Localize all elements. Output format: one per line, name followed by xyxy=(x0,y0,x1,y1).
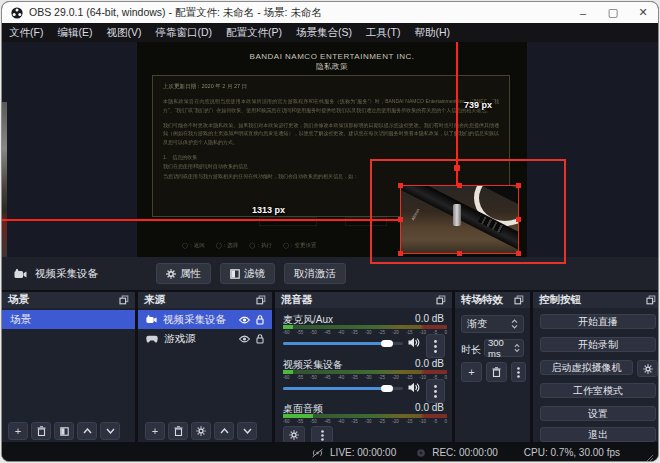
live-time: LIVE: 00:00:00 xyxy=(330,447,396,458)
game-title: BANDAI NAMCO ENTERTAINMENT INC. xyxy=(137,52,527,61)
volume-slider-handle[interactable] xyxy=(381,385,393,392)
remove-scene-button[interactable] xyxy=(31,422,51,440)
title-bar: OBS 29.0.1 (64-bit, windows) - 配置文件: 未命名… xyxy=(2,2,658,23)
popout-icon[interactable] xyxy=(646,295,656,305)
resize-handle-mr[interactable] xyxy=(516,217,521,222)
dock-divider[interactable] xyxy=(272,292,275,442)
stream-signal-icon xyxy=(311,448,324,458)
menu-scene-collection[interactable]: 场景集合(S) xyxy=(289,23,359,42)
channel-menu-button[interactable] xyxy=(426,334,445,358)
dock-divider[interactable] xyxy=(452,292,455,442)
menu-view[interactable]: 视图(V) xyxy=(99,23,148,42)
sources-dock-header: 来源 xyxy=(138,292,272,308)
preview-area[interactable]: BANDAI NAMCO ENTERTAINMENT INC. 隐私政策 上次更… xyxy=(2,42,658,257)
settings-button[interactable]: 设置 xyxy=(540,406,656,421)
vertical-measure-line xyxy=(456,42,458,185)
start-recording-button[interactable]: 开始录制 xyxy=(540,337,656,352)
add-source-button[interactable]: + xyxy=(145,422,165,440)
transition-menu-button[interactable] xyxy=(511,362,526,382)
vertical-measure-label: 739 px xyxy=(464,100,492,110)
popout-icon[interactable] xyxy=(514,295,524,305)
scene-down-button[interactable] xyxy=(100,422,120,440)
source-up-button[interactable] xyxy=(214,422,234,440)
resize-handle-br[interactable] xyxy=(516,251,521,256)
transitions-dock: 转场特效 渐变 时长 300 ms + xyxy=(455,292,530,442)
resize-handle-tl[interactable] xyxy=(398,183,403,188)
close-button[interactable]: ✕ xyxy=(628,2,658,23)
cpu-fps: CPU: 0.7%, 30.00 fps xyxy=(524,447,620,458)
scene-up-button[interactable] xyxy=(77,422,97,440)
maximize-button[interactable]: ▢ xyxy=(598,2,628,23)
mixer-dock-header: 混音器 xyxy=(275,292,452,308)
minimize-button[interactable]: – xyxy=(568,2,598,23)
game-controller-hints: ◯：返回 ◯：选择 ◯：执行 ◯：变更设置 xyxy=(182,242,317,249)
mixer-channel-db: 0.0 dB xyxy=(415,313,444,324)
window-title: OBS 29.0.1 (64-bit, windows) - 配置文件: 未命名… xyxy=(29,6,322,20)
menu-help[interactable]: 帮助(H) xyxy=(407,23,457,42)
doc-updated-date: 上次更新日期：2020 年 2 月 27 日 xyxy=(163,83,499,90)
source-down-button[interactable] xyxy=(237,422,257,440)
virtual-camera-settings-button[interactable] xyxy=(637,360,658,377)
deactivate-button[interactable]: 取消激活 xyxy=(284,263,346,284)
speaker-icon[interactable] xyxy=(408,382,420,393)
menu-profile[interactable]: 配置文件(P) xyxy=(219,23,289,42)
popout-icon[interactable] xyxy=(256,295,266,305)
exit-button[interactable]: 退出 xyxy=(540,427,656,442)
lock-icon[interactable] xyxy=(256,334,264,344)
add-scene-button[interactable]: + xyxy=(8,422,28,440)
source-row-game[interactable]: 游戏源 xyxy=(138,329,272,348)
menu-edit[interactable]: 编辑(E) xyxy=(50,23,99,42)
visibility-eye-icon[interactable] xyxy=(239,335,250,343)
selected-source-rect[interactable]: Alctron xyxy=(400,185,519,254)
menu-file[interactable]: 文件(F) xyxy=(2,23,50,42)
video-capture-image: Alctron xyxy=(401,186,518,253)
obs-logo-icon xyxy=(11,7,23,19)
resize-handle-bc[interactable] xyxy=(457,251,462,256)
source-properties-button[interactable] xyxy=(191,422,211,440)
gamepad-icon xyxy=(146,335,158,343)
brand-text: Alctron xyxy=(410,208,420,221)
horizontal-measure-line xyxy=(2,219,400,221)
resize-handle-tc[interactable] xyxy=(457,183,462,188)
scene-list-item[interactable]: 场景 xyxy=(2,310,135,329)
properties-label: 属性 xyxy=(180,267,201,281)
menu-docks[interactable]: 停靠窗口(D) xyxy=(148,23,219,42)
filters-button[interactable]: 滤镜 xyxy=(220,263,275,284)
dock-divider[interactable] xyxy=(530,292,533,442)
resize-handle-bl[interactable] xyxy=(398,251,403,256)
resize-handle-tr[interactable] xyxy=(516,183,521,188)
camera-icon xyxy=(146,315,157,324)
duration-label: 时长 xyxy=(461,343,481,357)
add-transition-button[interactable]: + xyxy=(461,362,482,382)
controls-title: 控制按钮 xyxy=(539,293,581,307)
volume-slider[interactable] xyxy=(283,342,403,345)
record-disc-icon xyxy=(416,448,426,458)
resize-grip[interactable] xyxy=(646,454,654,462)
transition-select[interactable]: 渐变 xyxy=(461,315,524,333)
volume-slider-handle[interactable] xyxy=(381,340,393,347)
scene-filters-button[interactable] xyxy=(54,422,74,440)
volume-slider[interactable] xyxy=(283,387,403,390)
duration-spinbox[interactable]: 300 ms xyxy=(484,339,524,357)
properties-button[interactable]: 属性 xyxy=(156,263,211,284)
meter-tick-labels: -60-55-50-45-40-35-30-25-20-15-10-50 xyxy=(283,330,447,335)
menu-tools[interactable]: 工具(T) xyxy=(359,23,407,42)
visibility-eye-icon[interactable] xyxy=(239,316,250,324)
lock-icon[interactable] xyxy=(256,315,264,325)
menu-bar: 文件(F) 编辑(E) 视图(V) 停靠窗口(D) 配置文件(P) 场景集合(S… xyxy=(2,23,658,42)
popout-icon[interactable] xyxy=(119,295,129,305)
rec-time: REC: 00:00:00 xyxy=(432,447,498,458)
volume-meter-fill xyxy=(283,370,293,374)
studio-mode-button[interactable]: 工作室模式 xyxy=(540,383,656,398)
start-virtual-camera-button[interactable]: 启动虚拟摄像机 xyxy=(540,360,633,375)
popout-icon[interactable] xyxy=(436,295,446,305)
sources-title: 来源 xyxy=(144,293,165,307)
speaker-icon[interactable] xyxy=(408,337,420,348)
dock-divider[interactable] xyxy=(135,292,138,442)
remove-source-button[interactable] xyxy=(168,422,188,440)
spinner-arrows-icon xyxy=(511,319,518,329)
source-row-video-capture[interactable]: 视频采集设备 xyxy=(138,310,272,329)
start-streaming-button[interactable]: 开始直播 xyxy=(540,314,656,329)
remove-transition-button[interactable] xyxy=(486,362,507,382)
channel-menu-button[interactable] xyxy=(426,379,445,403)
